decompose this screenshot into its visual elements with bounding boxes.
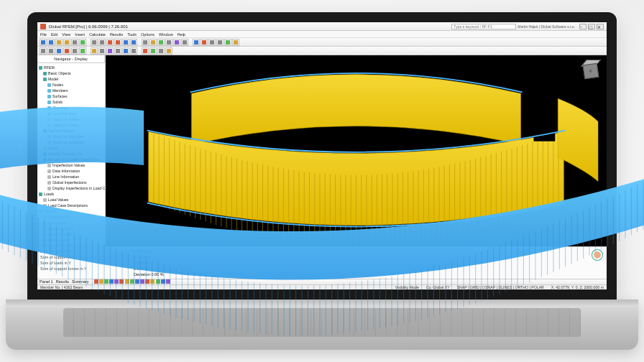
toolbar-button[interactable] [79,47,86,55]
tree-item[interactable]: Line Loads [39,220,104,226]
toolbar-button[interactable] [125,279,129,284]
tree-item[interactable]: Imperfection Values [39,162,104,168]
toolbar-button[interactable] [114,47,121,55]
menu-help[interactable]: Help [178,32,185,37]
toolbar-button[interactable] [63,47,70,55]
tree-item[interactable]: Solids [39,99,104,105]
toolbar-button[interactable] [201,39,208,46]
toolbar-button[interactable] [157,47,165,55]
tree-item[interactable]: Basic Objects [39,70,104,76]
tab-panel1[interactable]: Panel 1 [40,279,53,284]
toolbar-button[interactable] [71,39,78,46]
tree-item[interactable]: Load Case Descriptions [39,203,104,208]
3d-viewport[interactable]: F [106,55,607,246]
maximize-button[interactable]: ▢ [588,24,595,29]
tree-item[interactable]: Special Objects [39,128,104,134]
toolbar-button[interactable] [47,39,55,46]
tree-item[interactable]: Types for Nodes [39,116,104,122]
toolbar-button[interactable] [150,279,155,284]
menu-edit[interactable]: Edit [51,32,58,37]
toolbar-button[interactable] [150,39,157,46]
toolbar-button[interactable] [91,39,98,46]
toolbar-button[interactable] [161,279,165,284]
tree-item[interactable]: Types for Surfaces [39,139,104,145]
user-avatar-icon[interactable] [592,250,602,260]
close-button[interactable]: ✕ [597,24,604,29]
toolbar-button[interactable] [216,39,224,46]
tree-item[interactable]: RFEM [39,65,104,70]
toolbar-button[interactable] [98,39,106,46]
toolbar-button[interactable] [156,279,160,284]
toolbar-button[interactable] [130,39,137,46]
tree-item[interactable]: Surfaces [39,93,104,99]
toolbar-button[interactable] [40,47,47,55]
tree-item[interactable]: Results [39,208,104,214]
toolbar-button[interactable] [55,47,63,55]
menu-insert[interactable]: Insert [75,32,85,37]
toolbar-button[interactable] [99,279,104,284]
toolbar-button[interactable] [98,47,106,55]
toolbar-button[interactable] [91,47,98,55]
tree-item[interactable]: Solid Loads [39,237,104,243]
tab-results[interactable]: Results [56,279,69,284]
view-cube[interactable]: F [581,61,601,81]
toolbar-button[interactable] [79,39,86,46]
toolbar-button[interactable] [142,39,149,46]
toolbar-button[interactable] [122,47,129,55]
toolbar-button[interactable] [122,39,129,46]
toolbar-button[interactable] [106,47,114,55]
toolbar-button[interactable] [63,39,70,46]
menu-options[interactable]: Options [141,32,155,37]
toolbar-button[interactable] [55,39,63,46]
tree-item[interactable]: Nodes [39,82,104,88]
tree-item[interactable]: Model [39,76,104,82]
toolbar-button[interactable] [71,47,78,55]
tree-item[interactable]: Loads [39,145,104,151]
tree-item[interactable]: Display Imperfections in Load Cases & Co… [39,185,104,191]
toolbar-button[interactable] [94,279,98,284]
toolbar-button[interactable] [224,39,231,46]
tab-summary[interactable]: Summary [72,279,89,284]
tree-item[interactable]: Line Information [39,174,104,180]
tree-item[interactable]: Data Information [39,168,104,174]
toolbar-button[interactable] [193,39,200,46]
minimize-button[interactable]: – [579,24,586,29]
toolbar-button[interactable] [130,47,137,55]
toolbar-button[interactable] [173,39,180,46]
tree-item[interactable]: Surface Loads [39,231,104,237]
toolbar-button[interactable] [140,279,144,284]
toolbar-button[interactable] [114,39,121,46]
search-input[interactable] [451,24,516,29]
tree-item[interactable]: Member Loads [39,226,104,231]
toolbar-button[interactable] [166,279,170,284]
tree-item[interactable]: Line Releases [39,111,104,116]
tree-item[interactable]: Types for Lines [39,122,104,128]
toolbar-button[interactable] [104,279,109,284]
navigator-tree[interactable]: RFEMBasic ObjectsModelNodesMembersSurfac… [37,63,105,246]
toolbar-button[interactable] [208,39,216,46]
toolbar-button[interactable] [150,47,157,55]
toolbar-button[interactable] [165,47,172,55]
tree-item[interactable]: Nodal Loads [39,214,104,220]
toolbar-button[interactable] [40,39,47,46]
menu-calculate[interactable]: Calculate [89,32,106,37]
toolbar-button[interactable] [106,39,114,46]
toolbar-button[interactable] [181,39,188,46]
toolbar-button[interactable] [142,47,149,55]
toolbar-button[interactable] [109,279,114,284]
menu-tools[interactable]: Tools [127,32,137,37]
tree-item[interactable]: Openings [39,105,104,111]
menu-window[interactable]: Window [159,32,173,37]
toolbar-button[interactable] [114,279,119,284]
tree-item[interactable]: Results of Boolean Operations [39,157,104,162]
toolbar-button[interactable] [145,279,150,284]
toolbar-button[interactable] [130,279,134,284]
toolbar-button[interactable] [119,279,124,284]
tree-item[interactable]: Types for Members [39,134,104,139]
menu-file[interactable]: File [40,32,47,37]
tree-item[interactable]: Loads [39,191,104,197]
view-cube-face[interactable]: F [583,63,599,79]
tree-item[interactable]: Global Imperfections [39,180,104,185]
toolbar-button[interactable] [232,39,239,46]
toolbar-button[interactable] [157,39,165,46]
